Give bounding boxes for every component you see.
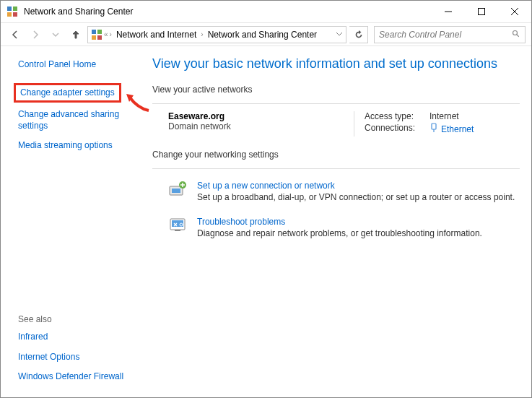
title-bar: Network and Sharing Center [1, 1, 531, 23]
search-box[interactable] [374, 26, 526, 43]
recent-locations-button[interactable] [47, 26, 64, 43]
control-panel-home-link[interactable]: Control Panel Home [18, 59, 142, 71]
network-type: Domain network [168, 121, 354, 131]
action-troubleshoot: Troubleshoot problems Diagnose and repai… [152, 212, 520, 248]
close-button[interactable] [498, 1, 531, 22]
troubleshoot-link[interactable]: Troubleshoot problems [197, 217, 482, 227]
breadcrumb-item[interactable]: Network and Sharing Center [205, 30, 320, 40]
network-name: Easeware.org [168, 111, 354, 121]
svg-rect-5 [479, 9, 485, 15]
setup-connection-desc: Set up a broadband, dial-up, or VPN conn… [197, 192, 515, 202]
svg-point-12 [513, 30, 518, 35]
control-panel-icon [91, 29, 103, 40]
sidebar: Control Panel Home Change adapter settin… [1, 46, 152, 397]
chevron-right-icon[interactable]: › [201, 30, 203, 38]
svg-rect-1 [13, 7, 17, 11]
refresh-button[interactable] [349, 26, 368, 43]
minimize-button[interactable] [432, 1, 465, 22]
setup-connection-icon [168, 181, 188, 198]
page-heading: View your basic network information and … [152, 56, 520, 72]
svg-rect-3 [13, 12, 17, 17]
change-adapter-settings-link[interactable]: Change adapter settings [20, 87, 115, 99]
access-type-label: Access type: [365, 111, 429, 121]
search-icon[interactable] [512, 28, 520, 41]
breadcrumb-item[interactable]: Network and Internet [113, 30, 199, 40]
troubleshoot-icon [168, 217, 188, 234]
setup-connection-link[interactable]: Set up a new connection or network [197, 181, 515, 191]
back-button[interactable] [6, 26, 24, 43]
svg-rect-21 [175, 230, 180, 231]
svg-line-13 [517, 34, 519, 36]
chevron-down-icon[interactable] [336, 30, 343, 39]
control-panel-icon [6, 6, 18, 17]
see-also-link-infrared[interactable]: Infrared [18, 332, 142, 343]
address-bar[interactable]: « › Network and Internet › Network and S… [87, 26, 346, 43]
see-also-label: See also [18, 314, 142, 324]
svg-rect-2 [7, 12, 12, 17]
svg-rect-17 [172, 189, 180, 193]
svg-rect-9 [97, 30, 102, 34]
svg-rect-14 [432, 124, 436, 129]
see-also-link-firewall[interactable]: Windows Defender Firewall [18, 371, 142, 383]
forward-button[interactable] [27, 26, 44, 43]
up-button[interactable] [67, 26, 84, 43]
connection-link[interactable]: Ethernet [429, 123, 474, 135]
connections-label: Connections: [365, 123, 429, 135]
action-setup-connection: Set up a new connection or network Set u… [152, 176, 520, 212]
troubleshoot-desc: Diagnose and repair network problems, or… [197, 228, 482, 238]
svg-rect-0 [7, 7, 12, 11]
divider [152, 168, 520, 169]
chevron-right-icon[interactable]: « [104, 30, 108, 38]
svg-rect-8 [92, 30, 96, 34]
active-networks-label: View your active networks [152, 85, 520, 95]
window-title: Network and Sharing Center [24, 7, 432, 17]
active-network-row: Easeware.org Domain network Access type:… [152, 111, 520, 150]
divider [152, 103, 520, 104]
chevron-right-icon[interactable]: › [110, 30, 112, 38]
change-advanced-sharing-link[interactable]: Change advanced sharing settings [18, 109, 142, 131]
search-input[interactable] [379, 30, 512, 40]
ethernet-icon [429, 123, 438, 135]
maximize-button[interactable] [465, 1, 498, 22]
main-content: View your basic network information and … [152, 46, 531, 397]
svg-rect-10 [92, 35, 96, 40]
highlighted-link: Change adapter settings [14, 83, 121, 103]
change-settings-label: Change your networking settings [152, 150, 520, 160]
see-also-link-internet-options[interactable]: Internet Options [18, 352, 142, 363]
navigation-bar: « › Network and Internet › Network and S… [1, 23, 531, 46]
access-type-value: Internet [429, 111, 459, 121]
media-streaming-link[interactable]: Media streaming options [18, 140, 142, 152]
svg-rect-11 [97, 35, 102, 40]
